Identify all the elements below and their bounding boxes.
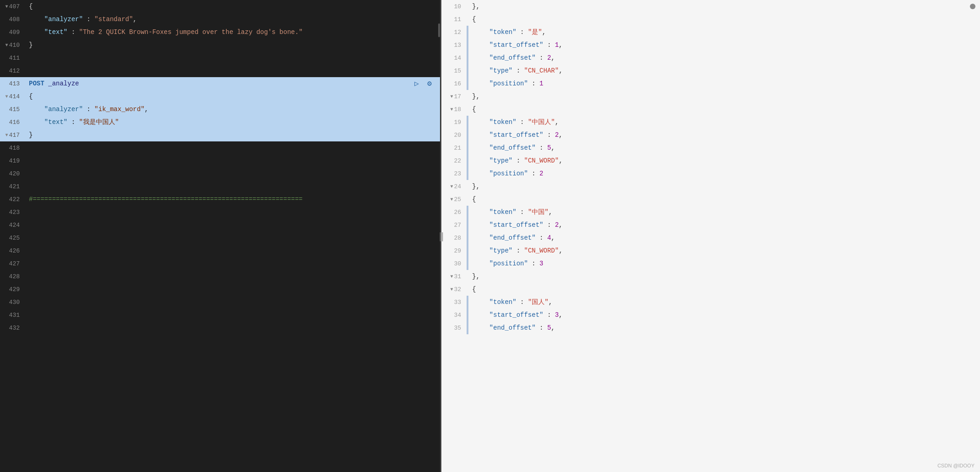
right-line-num-text-10: 10	[454, 3, 461, 10]
r-json-key: "end_offset"	[490, 234, 536, 242]
left-line-417: ▼417}	[0, 129, 440, 141]
right-line-content-10: },	[468, 0, 980, 13]
right-fold-arrow-25[interactable]: ▼	[450, 197, 453, 202]
line-number-418: 418	[0, 145, 25, 152]
r-json-value: "CN_WORD"	[524, 157, 559, 164]
right-line-num-text-31: 31	[454, 273, 461, 280]
right-line-num-text-12: 12	[454, 29, 461, 36]
r-json-number: 3	[555, 311, 558, 319]
right-line-31: ▼31},	[441, 270, 980, 283]
left-line-418: 418	[0, 141, 440, 154]
line-number-428: 428	[0, 273, 25, 280]
left-line-430: 430	[0, 296, 440, 309]
right-line-content-16: "position" : 1	[470, 77, 980, 90]
right-line-16: 16 "position" : 1	[441, 77, 980, 90]
line-number-410: ▼410	[0, 42, 25, 49]
line-number-419: 419	[0, 157, 25, 164]
border-indicator-28	[467, 231, 468, 244]
right-line-num-text-32: 32	[454, 286, 461, 293]
left-line-416: 416 "text" : "我是中国人"	[0, 116, 440, 129]
right-line-number-34: 34	[441, 312, 467, 319]
fold-arrow-410[interactable]: ▼	[6, 43, 8, 48]
right-line-content-33: "token" : "国人",	[470, 296, 980, 309]
left-line-419: 419	[0, 154, 440, 167]
line-num-text-414: 414	[9, 93, 20, 100]
divider-handle-icon: ‖	[439, 230, 443, 242]
r-json-number: 1	[555, 41, 558, 49]
border-indicator-21	[467, 141, 468, 154]
left-line-431: 431	[0, 309, 440, 321]
line-num-text-416: 416	[9, 119, 20, 126]
r-json-key: "position"	[490, 260, 528, 267]
left-scrollbar-thumb[interactable]	[438, 23, 440, 37]
line-num-text-429: 429	[9, 286, 20, 293]
right-line-content-19: "token" : "中国人",	[470, 116, 980, 129]
right-fold-arrow-24[interactable]: ▼	[450, 184, 453, 189]
right-line-number-16: 16	[441, 80, 467, 87]
line-num-text-427: 427	[9, 260, 20, 267]
line-number-417: ▼417	[0, 132, 25, 139]
right-line-content-30: "position" : 3	[470, 257, 980, 270]
settings-icon[interactable]: ⚙	[424, 79, 434, 89]
json-value: "我是中国人"	[79, 118, 119, 126]
right-line-content-28: "end_offset" : 4,	[470, 231, 980, 244]
fold-arrow-407[interactable]: ▼	[6, 4, 8, 9]
right-line-25: ▼25{	[441, 193, 980, 206]
run-icon[interactable]: ▷	[412, 79, 422, 89]
r-json-number: 3	[540, 260, 543, 267]
line-content-413: POST _analyze	[25, 77, 440, 90]
fold-arrow-417[interactable]: ▼	[6, 133, 8, 138]
right-line-28: 28 "end_offset" : 4,	[441, 231, 980, 244]
right-line-content-23: "position" : 2	[470, 167, 980, 180]
right-line-content-35: "end_offset" : 5,	[470, 321, 980, 334]
comment-text: #=======================================…	[29, 196, 303, 203]
left-line-423: 423	[0, 206, 440, 219]
right-line-number-29: 29	[441, 247, 467, 254]
r-json-key: "end_offset"	[490, 54, 536, 62]
r-json-number: 5	[547, 144, 551, 152]
border-indicator-33	[467, 296, 468, 309]
line-num-text-426: 426	[9, 247, 20, 254]
right-line-27: 27 "start_offset" : 2,	[441, 219, 980, 231]
left-line-410: ▼410}	[0, 39, 440, 51]
border-indicator-15	[467, 64, 468, 77]
line-num-text-410: 410	[9, 42, 20, 49]
right-line-num-text-17: 17	[454, 93, 461, 100]
json-value: "The 2 QUICK Brown-Foxes jumped over the…	[79, 28, 302, 36]
line-number-423: 423	[0, 209, 25, 216]
right-line-num-text-28: 28	[454, 235, 461, 242]
r-json-key: "token"	[490, 208, 517, 216]
right-fold-arrow-32[interactable]: ▼	[450, 287, 453, 292]
right-line-number-26: 26	[441, 209, 467, 216]
left-line-422: 422#====================================…	[0, 193, 440, 206]
right-line-num-text-19: 19	[454, 119, 461, 126]
fold-arrow-414[interactable]: ▼	[6, 94, 8, 99]
border-indicator-16	[467, 77, 468, 90]
right-fold-arrow-31[interactable]: ▼	[450, 274, 453, 279]
line-num-text-417: 417	[9, 132, 20, 139]
json-key: "analyzer"	[45, 16, 83, 23]
left-line-420: 420	[0, 167, 440, 180]
right-line-number-20: 20	[441, 132, 467, 139]
line-number-430: 430	[0, 299, 25, 306]
r-json-key: "type"	[490, 67, 512, 74]
right-line-num-text-21: 21	[454, 145, 461, 152]
right-line-20: 20 "start_offset" : 2,	[441, 129, 980, 141]
right-line-content-14: "end_offset" : 2,	[470, 51, 980, 64]
r-json-key: "end_offset"	[490, 324, 536, 332]
right-line-num-text-34: 34	[454, 312, 461, 319]
close-button[interactable]	[970, 4, 975, 9]
right-line-content-34: "start_offset" : 3,	[470, 309, 980, 321]
right-fold-arrow-18[interactable]: ▼	[450, 107, 453, 112]
right-line-number-32: ▼32	[441, 286, 467, 293]
editor-container: ▼407{408 "analyzer" : "standard",409 "te…	[0, 0, 980, 472]
right-line-number-11: 11	[441, 16, 467, 23]
r-json-number: 1	[540, 80, 543, 87]
right-line-10: 10},	[441, 0, 980, 13]
panel-divider[interactable]: ‖	[440, 0, 441, 472]
border-indicator-12	[467, 26, 468, 39]
r-json-key: "type"	[490, 247, 512, 254]
right-line-33: 33 "token" : "国人",	[441, 296, 980, 309]
line-num-text-432: 432	[9, 325, 20, 332]
right-fold-arrow-17[interactable]: ▼	[450, 94, 453, 99]
